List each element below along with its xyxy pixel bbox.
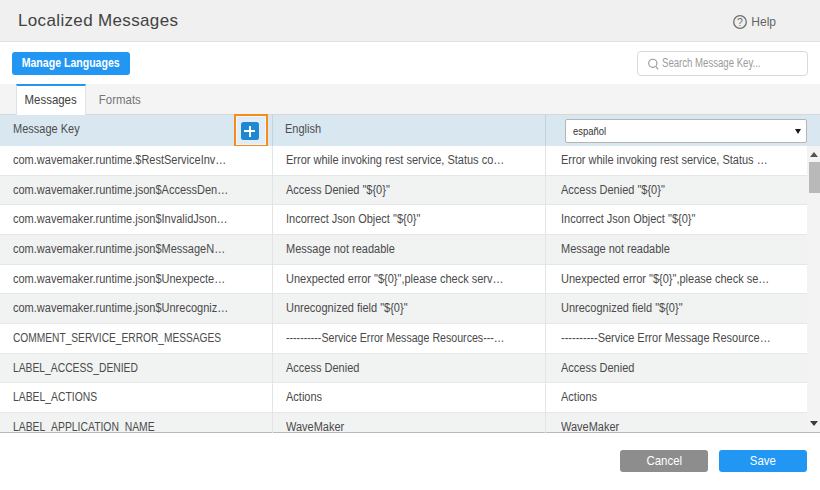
svg-text:?: ?	[737, 16, 743, 28]
